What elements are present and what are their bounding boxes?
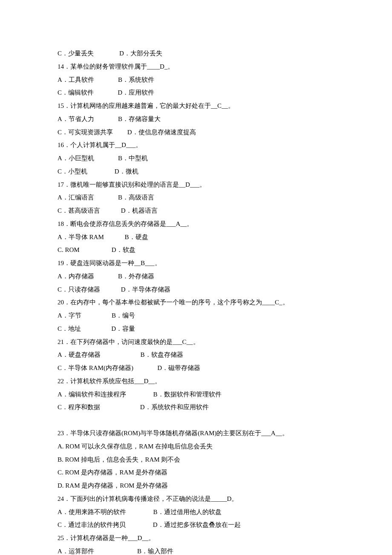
text-line: 15．计算机网络的应用越来越普遍，它的最大好处在于__C__。 (58, 99, 334, 113)
text-line: C．少量丢失 D．大部分丢失 (58, 47, 334, 60)
text-line: A．编辑软件和连接程序 B．数据软件和管理软件 (58, 388, 334, 401)
text-line: A．汇编语言 B．高级语言 (58, 191, 334, 204)
text-line: 18．断电会使原存信息丢失的存储器是___A__。 (58, 217, 334, 231)
blank-line (58, 414, 334, 427)
document-body: C．少量丢失 D．大部分丢失14．某单位的财务管理软件属于____D_。A．工具… (58, 47, 334, 555)
text-line: 23．半导体只读存储器(ROM)与半导体随机存储器(RAM)的主要区别在于___… (58, 427, 334, 440)
text-line: A．运算部件 B．输入部件 (58, 545, 334, 555)
text-line: C．程序和数据 D．系统软件和应用软件 (58, 401, 334, 414)
text-line: 24．下面列出的计算机病毒传播途径，不正确的说法是_____D。 (58, 492, 334, 506)
text-line: A．使用来路不明的软件 B．通过借用他人的软盘 (58, 506, 334, 519)
text-line: A．硬盘存储器 B．软盘存储器 (58, 348, 334, 361)
text-line: A．半导体 RAM B．硬盘 (58, 231, 334, 244)
text-line: C. ROM D．软盘 (58, 243, 334, 257)
text-line: C．甚高级语言 D．机器语言 (58, 204, 334, 217)
text-line: C．只读存储器 D．半导体存储器 (58, 283, 334, 296)
text-line: C．编辑软件 D．应用软件 (58, 86, 334, 99)
text-line: 19．硬盘连同驱动器是一种__B___。 (58, 257, 334, 270)
text-line: 14．某单位的财务管理软件属于____D_。 (58, 60, 334, 73)
text-line: D. RAM 是内存储器，ROM 是外存储器 (58, 479, 334, 492)
text-line: C．可实现资源共享 D．使信息存储速度提高 (58, 126, 334, 139)
text-line: 17．微机唯一能够直接识别和处理的语言是__D___。 (58, 178, 334, 191)
text-line: A．字节 B．编号 (58, 309, 334, 322)
text-line: A．小巨型机 B．中型机 (58, 152, 334, 165)
text-line: B. ROM 掉电后，信息会丢失，RAM 则不会 (58, 453, 334, 466)
text-line: A. ROM 可以永久保存信息，RAM 在掉电后信息会丢失 (58, 440, 334, 453)
text-line: C．地址 D．容量 (58, 322, 334, 335)
text-line: 20．在内存中，每个基本单位都被赋予一个唯一的序号，这个序号称之为____C_。 (58, 296, 334, 309)
text-line: C. ROM 是内存储器，RAM 是外存储器 (58, 466, 334, 479)
text-line: A．工具软件 B．系统软件 (58, 73, 334, 87)
text-line: 25．计算机存储器是一种___D__。 (58, 532, 334, 545)
text-line: 22．计算机软件系统应包括___D__。 (58, 375, 334, 388)
text-line: C．小型机 D．微机 (58, 165, 334, 178)
text-line: C．半导体 RAM(内存储器) D．磁带存储器 (58, 361, 334, 375)
text-line: C．通过非法的软件拷贝 D．通过把多张软盘叠放在一起 (58, 518, 334, 532)
text-line: A．内存储器 B．外存储器 (58, 270, 334, 283)
text-line: 16．个人计算机属于__D___。 (58, 139, 334, 152)
text-line: 21．在下列存储器中，访问速度最快的是___C__。 (58, 335, 334, 349)
text-line: A．节省人力 B．存储容量大 (58, 113, 334, 126)
